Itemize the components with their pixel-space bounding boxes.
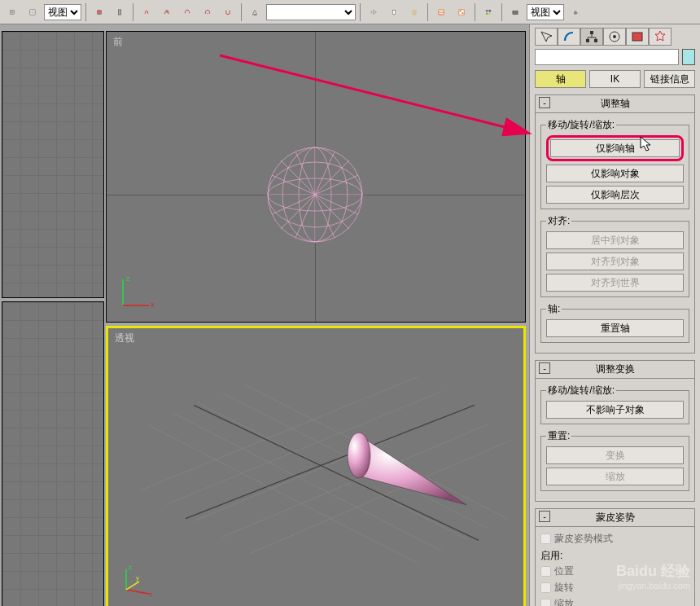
move-rot-scale-legend2: 移动/旋转/缩放: xyxy=(546,384,616,397)
svg-point-61 xyxy=(613,35,616,38)
front-axis-gizmo: z x xyxy=(116,271,157,312)
svg-rect-57 xyxy=(590,31,593,34)
keyframe-icon[interactable] xyxy=(90,3,108,21)
adjust-transform-rollout: - 调整变换 移动/旋转/缩放: 不影响子对象 重置: 变换 缩放 xyxy=(535,360,695,502)
skin-pose-mode-checkbox[interactable] xyxy=(540,534,551,544)
svg-rect-20 xyxy=(2,302,103,606)
viewport-front[interactable]: 前 z x xyxy=(106,31,526,323)
keyframe-all-icon[interactable] xyxy=(111,3,129,21)
svg-text:z: z xyxy=(126,274,130,283)
link-info-tab[interactable]: 链接信息 xyxy=(644,70,695,88)
create-tab-icon[interactable] xyxy=(535,28,558,46)
display-tab-icon[interactable] xyxy=(626,28,649,46)
utilities-tab-icon[interactable] xyxy=(649,28,672,46)
command-panel: 轴 IK 链接信息 - 调整轴 移动/旋转/缩放: 仅影响轴 仅影响对象 仅影响… xyxy=(529,24,700,606)
align-to-object-button[interactable]: 对齐到对象 xyxy=(546,253,684,270)
skin-pose-rollout: - 蒙皮姿势 蒙皮姿势模式 启用: 位置 旋转 缩放 xyxy=(535,508,695,606)
svg-line-55 xyxy=(126,582,139,590)
selection-set-select[interactable] xyxy=(266,4,356,20)
skin-pose-header[interactable]: - 蒙皮姿势 xyxy=(536,509,694,527)
teapot-icon[interactable] xyxy=(567,3,584,21)
reset-legend: 重置: xyxy=(546,429,571,443)
snap-toggle-icon[interactable] xyxy=(138,3,155,21)
svg-point-13 xyxy=(488,9,491,11)
material-icon[interactable] xyxy=(479,3,497,21)
view-select-1[interactable]: 视图 xyxy=(44,4,81,20)
collapse-icon[interactable]: - xyxy=(539,97,550,108)
viewport-left[interactable] xyxy=(2,301,104,606)
svg-rect-59 xyxy=(594,39,597,42)
viewport-top[interactable] xyxy=(2,31,104,298)
collapse-icon[interactable]: - xyxy=(539,362,550,374)
adjust-transform-header[interactable]: - 调整变换 xyxy=(536,361,694,379)
modify-tab-icon[interactable] xyxy=(558,28,580,46)
color-swatch[interactable] xyxy=(682,49,695,65)
align-icon[interactable] xyxy=(385,3,403,21)
svg-rect-1 xyxy=(30,9,35,14)
reset-pivot-button[interactable]: 重置轴 xyxy=(546,319,684,337)
viewport-perspective[interactable]: 透视 xyxy=(106,326,526,606)
pivot-tab[interactable]: 轴 xyxy=(535,70,586,88)
rotation-label: 旋转 xyxy=(554,581,574,595)
position-checkbox[interactable] xyxy=(540,566,551,577)
panel-tabs xyxy=(535,28,695,46)
scale-checkbox[interactable] xyxy=(540,599,551,606)
position-label: 位置 xyxy=(554,564,574,578)
mirror-icon[interactable] xyxy=(365,3,383,21)
magnet-icon[interactable] xyxy=(219,3,237,21)
svg-line-53 xyxy=(126,590,149,594)
affect-object-only-button[interactable]: 仅影响对象 xyxy=(546,165,684,182)
object-name-input[interactable] xyxy=(535,49,679,65)
svg-text:y: y xyxy=(136,574,139,582)
reset-transform-button[interactable]: 变换 xyxy=(546,446,684,464)
wireframe-sphere xyxy=(267,147,363,243)
curve-editor-icon[interactable] xyxy=(432,3,450,21)
affect-pivot-highlight: 仅影响轴 xyxy=(546,135,684,161)
edit-selection-icon[interactable]: ABC xyxy=(246,3,264,21)
svg-rect-16 xyxy=(513,11,518,14)
render-icon[interactable] xyxy=(506,3,524,21)
svg-rect-3 xyxy=(118,9,121,14)
svg-rect-18 xyxy=(575,11,576,11)
center-to-object-button[interactable]: 居中到对象 xyxy=(546,231,684,249)
svg-rect-2 xyxy=(98,10,101,13)
align-legend: 对齐: xyxy=(546,214,571,228)
persp-axis-gizmo: z x y xyxy=(118,557,159,598)
svg-rect-19 xyxy=(2,32,103,297)
perspective-scene xyxy=(108,328,523,606)
skin-pose-title: 蒙皮姿势 xyxy=(596,512,635,523)
adjust-pivot-header[interactable]: - 调整轴 xyxy=(536,95,694,113)
angle-snap-icon[interactable]: 3 xyxy=(158,3,176,21)
scale-label: 缩放 xyxy=(554,597,574,606)
align-to-world-button[interactable]: 对齐到世界 xyxy=(546,274,684,292)
motion-tab-icon[interactable] xyxy=(603,28,626,46)
viewport-front-label: 前 xyxy=(113,35,123,49)
svg-rect-62 xyxy=(632,33,642,41)
svg-text:x: x xyxy=(151,301,155,309)
collapse-icon[interactable]: - xyxy=(539,511,550,522)
dont-affect-children-button[interactable]: 不影响子对象 xyxy=(546,401,684,419)
svg-rect-7 xyxy=(392,10,396,14)
xref-icon[interactable] xyxy=(3,3,21,21)
affect-pivot-only-button[interactable]: 仅影响轴 xyxy=(550,139,680,157)
svg-point-14 xyxy=(486,12,488,15)
axis-legend: 轴: xyxy=(546,302,562,316)
view-select-2[interactable]: 视图 xyxy=(527,4,564,20)
percent-snap-icon[interactable] xyxy=(178,3,196,21)
rotation-checkbox[interactable] xyxy=(540,582,551,593)
ik-tab[interactable]: IK xyxy=(589,70,641,88)
enable-label: 启用: xyxy=(540,549,689,563)
hierarchy-tab-icon[interactable] xyxy=(580,28,603,46)
skin-pose-mode-label: 蒙皮姿势模式 xyxy=(554,532,613,546)
adjust-transform-title: 调整变换 xyxy=(596,363,635,375)
affect-hierarchy-only-button[interactable]: 仅影响层次 xyxy=(546,186,684,204)
reset-scale-button[interactable]: 缩放 xyxy=(546,468,684,485)
adjust-pivot-title: 调整轴 xyxy=(601,98,630,109)
layers-icon[interactable] xyxy=(405,3,423,21)
grid-icon[interactable] xyxy=(24,3,42,21)
schematic-icon[interactable] xyxy=(453,3,470,21)
svg-text:z: z xyxy=(129,564,132,571)
svg-rect-10 xyxy=(460,10,462,11)
svg-text:3: 3 xyxy=(166,11,168,14)
spinner-snap-icon[interactable]: % xyxy=(199,3,217,21)
